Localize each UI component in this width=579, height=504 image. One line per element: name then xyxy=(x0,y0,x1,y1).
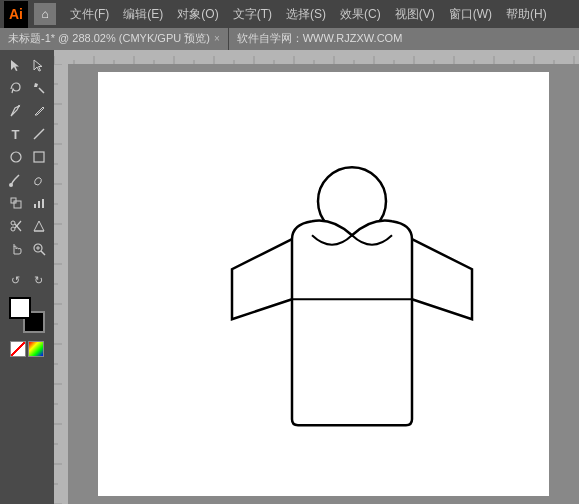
tool-row-6 xyxy=(5,169,50,191)
svg-marker-3 xyxy=(34,83,38,87)
menu-select[interactable]: 选择(S) xyxy=(280,4,332,25)
tab-url-label: 软件自学网：WWW.RJZXW.COM xyxy=(237,31,403,46)
tshirt-drawing xyxy=(212,159,492,419)
select-tool[interactable] xyxy=(5,54,27,76)
svg-line-22 xyxy=(41,251,45,255)
tab-document[interactable]: 未标题-1* @ 288.02% (CMYK/GPU 预览) × xyxy=(0,28,229,50)
no-color-indicator[interactable] xyxy=(10,341,26,357)
canvas-area xyxy=(54,50,579,504)
ruler-left xyxy=(54,64,68,504)
hand-tool[interactable] xyxy=(5,238,27,260)
color-swatches xyxy=(9,297,45,333)
menu-effect[interactable]: 效果(C) xyxy=(334,4,387,25)
svg-marker-18 xyxy=(34,221,44,231)
ellipse-tool[interactable] xyxy=(5,146,27,168)
menu-file[interactable]: 文件(F) xyxy=(64,4,115,25)
menu-text[interactable]: 文字(T) xyxy=(227,4,278,25)
canvas-background xyxy=(68,64,579,504)
tool-row-5 xyxy=(5,146,50,168)
svg-rect-13 xyxy=(42,199,44,208)
svg-marker-1 xyxy=(34,60,42,71)
menu-items: 文件(F) 编辑(E) 对象(O) 文字(T) 选择(S) 效果(C) 视图(V… xyxy=(64,4,553,25)
tab-bar: 未标题-1* @ 288.02% (CMYK/GPU 预览) × 软件自学网：W… xyxy=(0,28,579,50)
canvas-white-area[interactable] xyxy=(98,72,549,496)
tool-row-9 xyxy=(5,238,50,260)
svg-rect-12 xyxy=(38,201,40,208)
pen-tool[interactable] xyxy=(5,100,27,122)
tool-row-3 xyxy=(5,100,50,122)
svg-point-8 xyxy=(9,183,13,187)
svg-rect-9 xyxy=(14,201,21,208)
foreground-color-swatch[interactable] xyxy=(9,297,31,319)
tool-row-4: T xyxy=(5,123,50,145)
menu-object[interactable]: 对象(O) xyxy=(171,4,224,25)
undo-button[interactable]: ↺ xyxy=(5,269,27,291)
menu-window[interactable]: 窗口(W) xyxy=(443,4,498,25)
gradient-indicator[interactable] xyxy=(28,341,44,357)
tool-row-1 xyxy=(5,54,50,76)
scale-tool[interactable] xyxy=(5,192,27,214)
blob-tool[interactable] xyxy=(28,169,50,191)
svg-point-14 xyxy=(11,221,15,225)
home-button[interactable]: ⌂ xyxy=(34,3,56,25)
paintbrush-tool[interactable] xyxy=(5,169,27,191)
app-logo-text: Ai xyxy=(9,6,23,22)
ruler-top xyxy=(54,50,579,64)
app-logo: Ai xyxy=(4,1,28,28)
direct-select-tool[interactable] xyxy=(28,54,50,76)
menu-view[interactable]: 视图(V) xyxy=(389,4,441,25)
rect-tool[interactable] xyxy=(28,146,50,168)
redo-button[interactable]: ↻ xyxy=(28,269,50,291)
color-mode-row xyxy=(10,341,44,357)
svg-rect-7 xyxy=(34,152,44,162)
svg-marker-0 xyxy=(11,60,19,71)
svg-line-2 xyxy=(39,88,44,93)
tab-close-button[interactable]: × xyxy=(214,33,220,44)
svg-point-4 xyxy=(18,105,20,107)
svg-point-6 xyxy=(11,152,21,162)
lasso-tool[interactable] xyxy=(5,77,27,99)
toolbar: T xyxy=(0,50,54,504)
svg-rect-25 xyxy=(54,50,579,64)
tool-row-2 xyxy=(5,77,50,99)
tab-url: 软件自学网：WWW.RJZXW.COM xyxy=(229,28,579,50)
menu-bar: Ai ⌂ 文件(F) 编辑(E) 对象(O) 文字(T) 选择(S) 效果(C)… xyxy=(0,0,579,28)
svg-point-15 xyxy=(11,227,15,231)
scissors-tool[interactable] xyxy=(5,215,27,237)
svg-rect-11 xyxy=(34,204,36,208)
toolbar-bottom: ↺ ↻ xyxy=(5,269,50,361)
zoom-tool[interactable] xyxy=(28,238,50,260)
main-layout: T xyxy=(0,50,579,504)
slice-tool[interactable] xyxy=(28,215,50,237)
line-tool[interactable] xyxy=(28,123,50,145)
pencil-tool[interactable] xyxy=(28,100,50,122)
menu-edit[interactable]: 编辑(E) xyxy=(117,4,169,25)
tool-row-undo: ↺ ↻ xyxy=(5,269,50,291)
tab-document-label: 未标题-1* @ 288.02% (CMYK/GPU 预览) xyxy=(8,31,210,46)
svg-line-5 xyxy=(34,129,44,139)
chart-tool[interactable] xyxy=(28,192,50,214)
menu-help[interactable]: 帮助(H) xyxy=(500,4,553,25)
type-tool[interactable]: T xyxy=(5,123,27,145)
magic-wand-tool[interactable] xyxy=(28,77,50,99)
tool-row-7 xyxy=(5,192,50,214)
tool-row-8 xyxy=(5,215,50,237)
